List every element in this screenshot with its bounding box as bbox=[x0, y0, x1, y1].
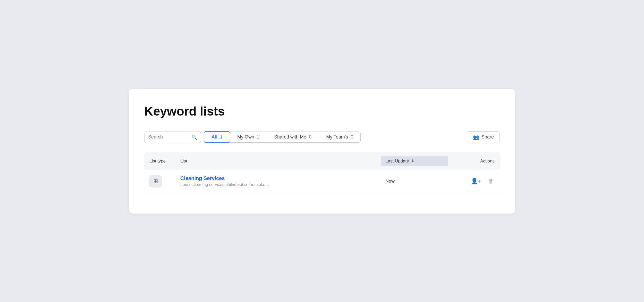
tab-my-teams-count: 0 bbox=[351, 134, 353, 140]
search-input[interactable] bbox=[148, 134, 189, 140]
tab-all[interactable]: All 1 bbox=[204, 131, 230, 143]
toolbar: 🔍 All 1 My Own 1 Shared with Me 0 My Tea… bbox=[144, 131, 500, 143]
header-actions: Actions bbox=[448, 159, 495, 164]
add-user-icon: 👤+ bbox=[471, 178, 481, 185]
tab-my-teams[interactable]: My Team's 0 bbox=[319, 132, 361, 143]
actions-cell: 👤+ 🗑 bbox=[448, 177, 495, 186]
keyword-lists-card: Keyword lists 🔍 All 1 My Own 1 Shared wi… bbox=[129, 89, 515, 214]
table-row: ⊞ Cleaning Services house cleaning servi… bbox=[144, 170, 500, 193]
tab-shared-with-me[interactable]: Shared with Me 0 bbox=[267, 132, 319, 143]
tab-my-own[interactable]: My Own 1 bbox=[230, 132, 267, 143]
header-last-update[interactable]: Last Update ⬇ bbox=[381, 156, 448, 166]
list-type-cell: ⊞ bbox=[149, 175, 180, 187]
share-button-label: Share bbox=[481, 134, 494, 140]
trash-icon: 🗑 bbox=[488, 178, 494, 185]
share-users-icon: 👥 bbox=[473, 134, 479, 140]
list-info: Cleaning Services house cleaning service… bbox=[180, 175, 381, 187]
table-header: List type List Last Update ⬇ Actions bbox=[144, 152, 500, 170]
tab-all-count: 1 bbox=[220, 134, 223, 140]
list-name-link[interactable]: Cleaning Services bbox=[180, 175, 381, 181]
header-list-type: List type bbox=[149, 159, 180, 164]
tab-my-own-label: My Own bbox=[237, 134, 254, 140]
page-title: Keyword lists bbox=[144, 104, 500, 118]
header-list: List bbox=[180, 159, 381, 164]
tab-my-teams-label: My Team's bbox=[326, 134, 348, 140]
search-wrapper: 🔍 bbox=[144, 132, 201, 143]
tab-shared-with-me-count: 0 bbox=[309, 134, 311, 140]
list-description: house cleaning services philadelphia, ho… bbox=[180, 182, 381, 187]
tab-shared-with-me-label: Shared with Me bbox=[274, 134, 306, 140]
add-user-button[interactable]: 👤+ bbox=[470, 177, 482, 186]
delete-button[interactable]: 🗑 bbox=[487, 177, 495, 186]
sort-icon: ⬇ bbox=[411, 159, 414, 164]
tab-all-label: All bbox=[211, 134, 217, 140]
filter-tabs: All 1 My Own 1 Shared with Me 0 My Team'… bbox=[204, 132, 361, 143]
list-type-icon: ⊞ bbox=[149, 175, 162, 187]
search-icon[interactable]: 🔍 bbox=[191, 134, 197, 140]
share-button[interactable]: 👥 Share bbox=[467, 131, 500, 143]
header-last-update-label: Last Update bbox=[385, 159, 409, 164]
tab-my-own-count: 1 bbox=[257, 134, 259, 140]
last-update-cell: Now bbox=[381, 178, 448, 184]
